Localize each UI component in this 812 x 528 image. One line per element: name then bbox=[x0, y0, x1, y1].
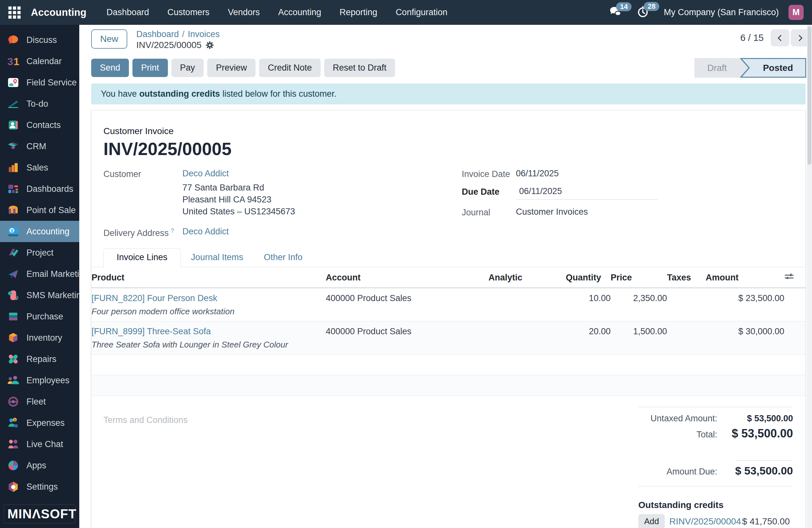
nav-customers[interactable]: Customers bbox=[168, 8, 210, 17]
optional-columns-button[interactable] bbox=[784, 267, 806, 288]
tab-other-info[interactable]: Other Info bbox=[253, 248, 313, 267]
empty-line-row[interactable] bbox=[91, 355, 806, 375]
pager-previous-button[interactable] bbox=[771, 29, 789, 46]
reset-to-draft-button[interactable]: Reset to Draft bbox=[324, 59, 395, 77]
vertical-scrollbar[interactable] bbox=[807, 25, 812, 528]
control-panel: New Dashboard/Invoices INV/2025/00005 bbox=[79, 25, 812, 78]
invoice-line-row[interactable]: [FURN_8999] Three-Seat Sofa Three Seater… bbox=[91, 322, 806, 355]
customer-link[interactable]: Deco Addict bbox=[183, 169, 229, 178]
credit-note-link[interactable]: RINV/2025/00004 bbox=[669, 516, 741, 527]
outstanding-credits-title: Outstanding credits bbox=[638, 500, 793, 510]
sidebar-item-expenses[interactable]: $ Expenses bbox=[0, 412, 79, 433]
scrollbar-thumb[interactable] bbox=[808, 26, 811, 165]
sidebar-item-sales[interactable]: Sales bbox=[0, 157, 79, 178]
messages-icon[interactable]: 14 bbox=[608, 5, 623, 20]
sidebar-item-accounting[interactable]: $ Accounting bbox=[0, 221, 79, 242]
employees-icon bbox=[7, 374, 19, 386]
crm-icon bbox=[7, 140, 19, 153]
sms-marketing-icon bbox=[7, 289, 19, 301]
tab-invoice-lines[interactable]: Invoice Lines bbox=[103, 248, 181, 267]
col-amount[interactable]: Amount bbox=[706, 267, 784, 288]
terms-and-conditions-placeholder[interactable]: Terms and Conditions bbox=[103, 407, 638, 528]
col-taxes[interactable]: Taxes bbox=[667, 267, 706, 288]
account-cell: 400000 Product Sales bbox=[326, 322, 489, 355]
send-button[interactable]: Send bbox=[91, 59, 129, 77]
journal-value: Customer Invoices bbox=[516, 207, 588, 218]
apps-grid-icon[interactable] bbox=[9, 6, 20, 19]
sidebar-item-project[interactable]: Project bbox=[0, 242, 79, 263]
tab-journal-items[interactable]: Journal Items bbox=[181, 248, 253, 267]
add-credit-button[interactable]: Add bbox=[638, 514, 665, 528]
credit-row: Add RINV/2025/00004 $ 41,750.00 bbox=[638, 514, 793, 528]
invoice-line-row[interactable]: [FURN_8220] Four Person Desk Four person… bbox=[91, 288, 806, 322]
breadcrumb-dashboard[interactable]: Dashboard bbox=[136, 29, 179, 39]
sidebar-item-label: Calendar bbox=[26, 56, 62, 67]
company-switcher[interactable]: My Company (San Francisco) bbox=[664, 8, 779, 17]
preview-button[interactable]: Preview bbox=[207, 59, 256, 77]
sidebar-item-email-marketing[interactable]: Email Marketi… bbox=[0, 263, 79, 285]
sidebar-item-todo[interactable]: To-do bbox=[0, 93, 79, 114]
status-posted[interactable]: Posted bbox=[751, 58, 806, 78]
sidebar-item-field-service[interactable]: Field Service bbox=[0, 72, 79, 93]
nav-configuration[interactable]: Configuration bbox=[396, 8, 448, 17]
credit-note-button[interactable]: Credit Note bbox=[259, 59, 321, 77]
col-product[interactable]: Product bbox=[91, 267, 326, 288]
breadcrumb-current: INV/2025/00005 bbox=[136, 40, 201, 50]
analytic-cell bbox=[489, 288, 566, 322]
sidebar-item-label: Dashboards bbox=[26, 184, 73, 194]
sidebar-item-label: Fleet bbox=[26, 397, 46, 407]
due-date-input[interactable]: 06/11/2025 bbox=[516, 186, 658, 200]
sidebar-item-apps[interactable]: Apps bbox=[0, 455, 79, 476]
sidebar-item-label: Project bbox=[26, 248, 54, 258]
svg-text:3: 3 bbox=[8, 56, 13, 67]
sidebar-item-employees[interactable]: Employees bbox=[0, 370, 79, 391]
nav-accounting[interactable]: Accounting bbox=[278, 8, 321, 17]
sidebar-item-live-chat[interactable]: Live Chat bbox=[0, 433, 79, 455]
gear-icon[interactable] bbox=[205, 41, 214, 49]
sidebar-item-purchase[interactable]: Purchase bbox=[0, 306, 79, 327]
nav-reporting[interactable]: Reporting bbox=[339, 8, 377, 17]
accounting-icon: $ bbox=[7, 225, 19, 238]
apps-icon bbox=[7, 459, 19, 472]
sidebar-item-label: Field Service bbox=[26, 78, 77, 88]
calendar-icon: 31 bbox=[7, 55, 19, 67]
col-price[interactable]: Price bbox=[611, 267, 667, 288]
nav-vendors[interactable]: Vendors bbox=[228, 8, 260, 17]
sidebar-item-calendar[interactable]: 31 Calendar bbox=[0, 51, 79, 72]
col-quantity[interactable]: Quantity bbox=[566, 267, 611, 288]
sidebar-item-crm[interactable]: CRM bbox=[0, 136, 79, 157]
activities-icon[interactable]: 28 bbox=[636, 5, 650, 20]
product-link[interactable]: [FURN_8220] Four Person Desk bbox=[91, 293, 217, 303]
sidebar-item-dashboards[interactable]: Dashboards bbox=[0, 178, 79, 200]
repairs-icon bbox=[7, 353, 19, 365]
notebook-tabs: Invoice Lines Journal Items Other Info bbox=[91, 248, 805, 267]
col-account[interactable]: Account bbox=[326, 267, 489, 288]
sidebar-item-inventory[interactable]: Inventory bbox=[0, 327, 79, 348]
sidebar-item-label: SMS Marketing bbox=[26, 290, 79, 300]
sidebar-item-contacts[interactable]: Contacts bbox=[0, 114, 79, 136]
pay-button[interactable]: Pay bbox=[171, 59, 204, 77]
breadcrumb-invoices[interactable]: Invoices bbox=[188, 29, 220, 39]
sidebar-item-repairs[interactable]: Repairs bbox=[0, 348, 79, 370]
sidebar-item-label: Purchase bbox=[26, 312, 63, 322]
settings-icon bbox=[7, 481, 19, 493]
empty-line-row[interactable] bbox=[91, 375, 806, 396]
sidebar-item-fleet[interactable]: Fleet bbox=[0, 391, 79, 412]
nav-dashboard[interactable]: Dashboard bbox=[107, 8, 149, 17]
sidebar-item-settings[interactable]: Settings bbox=[0, 476, 79, 497]
delivery-address-link[interactable]: Deco Addict bbox=[183, 227, 229, 238]
totals-block: Untaxed Amount: $ 53,500.00 Total: $ 53,… bbox=[638, 407, 793, 486]
sidebar-item-discuss[interactable]: Discuss bbox=[0, 29, 79, 51]
account-cell: 400000 Product Sales bbox=[326, 288, 489, 322]
print-button[interactable]: Print bbox=[132, 59, 168, 77]
product-link[interactable]: [FURN_8999] Three-Seat Sofa bbox=[91, 327, 211, 336]
col-analytic[interactable]: Analytic bbox=[489, 267, 566, 288]
sidebar-item-point-of-sale[interactable]: Point of Sale bbox=[0, 200, 79, 221]
sidebar-item-sms-marketing[interactable]: SMS Marketing bbox=[0, 285, 79, 306]
price-cell: 1,500.00 bbox=[611, 322, 667, 355]
sidebar-item-label: Inventory bbox=[26, 333, 62, 343]
user-avatar[interactable]: M bbox=[788, 5, 803, 20]
new-button[interactable]: New bbox=[91, 29, 127, 49]
status-draft[interactable]: Draft bbox=[694, 58, 739, 78]
sidebar-item-label: CRM bbox=[26, 142, 46, 152]
